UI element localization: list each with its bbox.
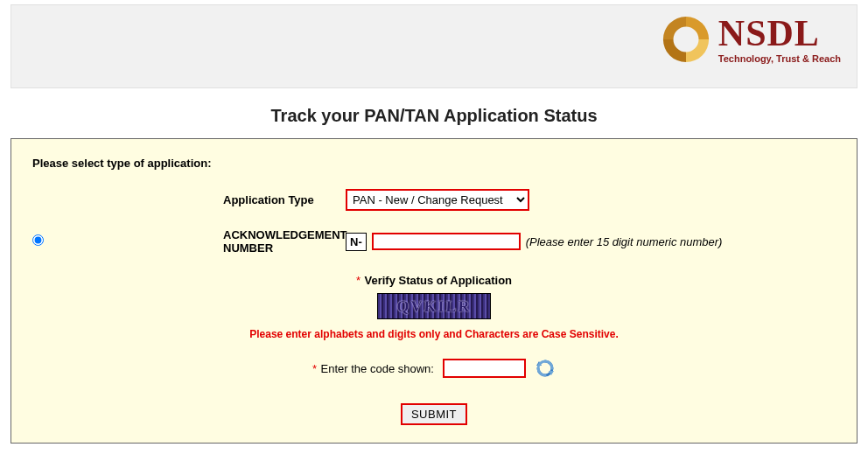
header-band: NSDL Technology, Trust & Reach: [10, 4, 858, 88]
submit-button[interactable]: SUBMIT: [401, 403, 467, 425]
form-container: Please select type of application: Appli…: [10, 138, 858, 444]
row-acknowledgement: ACKNOWLEDGEMENT NUMBER N- (Please enter …: [32, 228, 836, 255]
page-title: Track your PAN/TAN Application Status: [10, 106, 858, 126]
row-application-type: Application Type PAN - New / Change Requ…: [32, 189, 836, 211]
captcha-section: * Verify Status of Application QVKILR Pl…: [32, 272, 836, 340]
instruction-text: Please select type of application:: [32, 157, 836, 170]
captcha-image: QVKILR: [377, 293, 491, 319]
brand-text: NSDL Technology, Trust & Reach: [718, 15, 841, 64]
acknowledgement-label: ACKNOWLEDGEMENT NUMBER: [57, 228, 346, 255]
required-star-verify: *: [356, 274, 360, 287]
brand-tagline: Technology, Trust & Reach: [718, 53, 841, 64]
swirl-icon: [661, 14, 711, 65]
row-submit: SUBMIT: [32, 403, 836, 425]
verify-heading: Verify Status of Application: [364, 274, 512, 287]
required-star-code: *: [312, 362, 317, 375]
row-code: * Enter the code shown:: [32, 358, 836, 379]
application-type-label: Application Type: [57, 193, 346, 206]
captcha-text: QVKILR: [378, 294, 491, 318]
ack-prefix: N-: [346, 233, 367, 251]
acknowledgement-input[interactable]: [372, 233, 521, 250]
captcha-warning: Please enter alphabets and digits only a…: [32, 328, 836, 340]
code-label: Enter the code shown:: [321, 362, 434, 375]
brand-logo: NSDL Technology, Trust & Reach: [661, 14, 841, 65]
refresh-captcha-icon[interactable]: [535, 358, 556, 379]
acknowledgement-radio[interactable]: [32, 234, 44, 246]
acknowledgement-hint: (Please enter 15 digit numeric number): [526, 235, 723, 248]
captcha-input[interactable]: [443, 359, 526, 378]
application-type-select[interactable]: PAN - New / Change Request: [346, 189, 529, 211]
brand-name: NSDL: [718, 15, 820, 52]
